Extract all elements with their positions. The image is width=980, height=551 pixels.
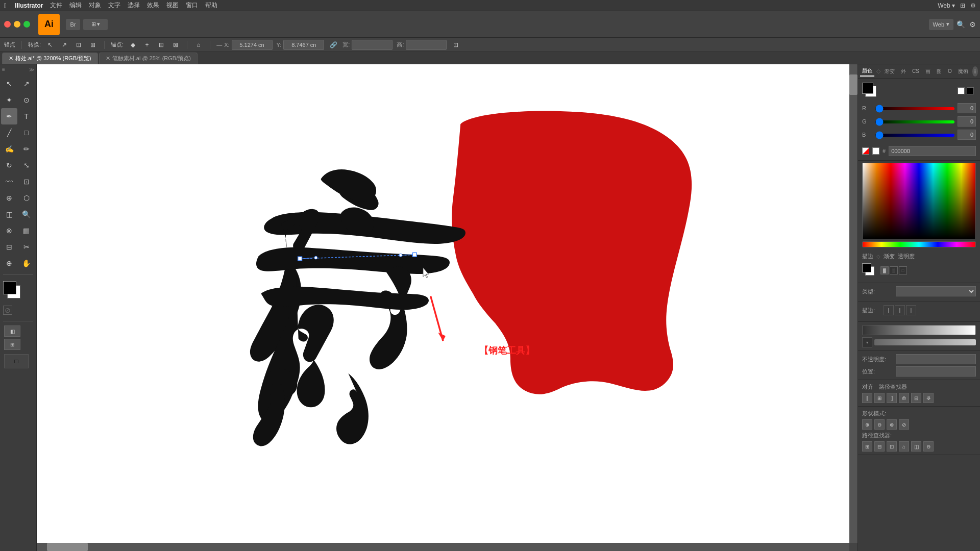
outside-tab[interactable]: 外	[899, 67, 908, 76]
perspective-tool[interactable]: ⬡	[18, 190, 35, 206]
anchor-transform-btn[interactable]: ⊟	[156, 40, 166, 50]
align-right-btn[interactable]: ⟧	[887, 393, 897, 403]
type-select[interactable]	[896, 286, 976, 296]
slice-tool[interactable]: ✂	[18, 239, 35, 255]
lasso-tool[interactable]: ⊙	[18, 92, 35, 108]
align-bottom-btn[interactable]: ⟱	[923, 393, 934, 403]
menu-help[interactable]: 帮助	[205, 1, 217, 10]
artboards-icon[interactable]: □	[4, 354, 29, 368]
free-transform-tool[interactable]: ⊡	[18, 173, 35, 190]
convert-smooth-btn[interactable]: ↖	[45, 40, 55, 50]
align-top-btn[interactable]: ⟰	[899, 393, 909, 403]
canvas-area[interactable]: 【钢笔工具】	[37, 64, 857, 551]
g-slider[interactable]	[875, 120, 954, 123]
text-tool[interactable]: T	[18, 108, 35, 124]
web-workspace[interactable]: Web ▾	[938, 2, 955, 9]
menu-object[interactable]: 对象	[89, 1, 101, 10]
fullscreen-button[interactable]	[23, 21, 30, 28]
canvas[interactable]: 【钢笔工具】	[37, 64, 849, 543]
vertical-scrollbar[interactable]	[849, 64, 857, 543]
intersect-btn[interactable]: ⊗	[887, 419, 897, 430]
opacity-select[interactable]	[896, 354, 976, 364]
search-icon[interactable]: 🔍	[957, 20, 965, 29]
blend-tool[interactable]: ⊗	[1, 222, 17, 239]
stroke-align-btn1[interactable]: |	[884, 305, 894, 315]
stroke-fg[interactable]	[862, 263, 871, 272]
hue-slider[interactable]	[862, 241, 976, 247]
menu-file[interactable]: 文件	[50, 1, 62, 10]
tab-chun-close[interactable]: ✕	[9, 55, 13, 62]
minus-front-btn[interactable]: ⊖	[874, 419, 885, 430]
scale-tool[interactable]: ⤡	[18, 157, 35, 173]
white-swatch[interactable]	[958, 87, 965, 94]
artboard-tool[interactable]: ⊟	[1, 239, 17, 255]
h-input[interactable]	[406, 40, 447, 50]
gamut-warning[interactable]	[872, 147, 879, 155]
minimize-button[interactable]	[14, 21, 20, 28]
gradient-track[interactable]	[874, 339, 976, 345]
align-left-btn[interactable]: ⟦	[862, 393, 872, 403]
convert-option2-btn[interactable]: ⊞	[88, 40, 98, 50]
magic-wand-tool[interactable]: ✦	[1, 92, 17, 108]
magic-tab[interactable]: 魔術	[956, 67, 970, 76]
eyedropper-tool[interactable]: 🔍	[18, 206, 35, 222]
settings-icon[interactable]: ⚙	[970, 2, 976, 9]
anchor-option2-btn[interactable]: ⊠	[170, 40, 181, 50]
align-center-v-btn[interactable]: ⊟	[911, 393, 921, 403]
stroke-dashed-btn[interactable]: ▒	[890, 266, 898, 274]
rectangle-tool[interactable]: □	[18, 124, 35, 141]
tab-bitex[interactable]: ✕ 笔触素材.ai @ 25% (RGB/预览)	[99, 53, 198, 64]
stroke-solid-btn[interactable]: ▓	[880, 266, 889, 274]
stroke-align-btn2[interactable]: |	[895, 305, 905, 315]
gradient-bar[interactable]	[862, 325, 976, 335]
anchor-option-btn[interactable]: ◆	[128, 40, 138, 50]
shape-builder-tool[interactable]: ⊕	[1, 190, 17, 206]
pf-trim-btn[interactable]: ⊟	[874, 441, 885, 452]
menu-window[interactable]: 窗口	[186, 1, 198, 10]
select-tool[interactable]: ↖	[1, 76, 17, 92]
transform-btn[interactable]: ⊡	[451, 40, 461, 50]
r-slider[interactable]	[875, 107, 954, 110]
arrange-view-button[interactable]: ⊞ ▾	[83, 19, 108, 30]
draw-tab[interactable]: 画	[923, 67, 933, 76]
toolbox-collapse[interactable]: ≫	[29, 67, 34, 72]
pf-merge-btn[interactable]: ⊡	[887, 441, 897, 452]
black-swatch[interactable]	[967, 87, 974, 94]
pencil-tool[interactable]: ✏	[18, 141, 35, 157]
exclude-btn[interactable]: ⊘	[899, 419, 909, 430]
reflect-tool[interactable]: ◧	[4, 325, 20, 337]
menu-view[interactable]: 视图	[166, 1, 179, 10]
position-select[interactable]	[896, 366, 976, 377]
hand-tool[interactable]: ✋	[18, 255, 35, 271]
menu-edit[interactable]: 编辑	[69, 1, 82, 10]
hex-input[interactable]	[889, 146, 976, 156]
workspace-selector[interactable]: Web ▾	[929, 19, 953, 30]
unite-btn[interactable]: ⊕	[862, 419, 872, 430]
o-tab[interactable]: O	[946, 67, 954, 75]
line-tool[interactable]: ╱	[1, 124, 17, 141]
pen-tool[interactable]: ✒	[1, 108, 17, 124]
horizontal-scrollbar[interactable]	[37, 543, 849, 551]
stroke-none-btn[interactable]: □	[899, 266, 907, 274]
bridge-button[interactable]: Br	[66, 19, 80, 30]
align-center-h-btn[interactable]: ⊞	[874, 393, 885, 403]
arrange-windows-icon[interactable]: ⊞	[960, 2, 965, 9]
brush-tool[interactable]: ✍	[1, 141, 17, 157]
stroke-align-btn3[interactable]: |	[906, 305, 916, 315]
color-picker-gradient[interactable]	[862, 163, 976, 239]
share-icon[interactable]: ⚙	[969, 20, 976, 29]
menu-select[interactable]: 选择	[128, 1, 140, 10]
convert-option1-btn[interactable]: ⊡	[74, 40, 84, 50]
corner-widget-btn[interactable]: ⌂	[193, 40, 204, 50]
x-input[interactable]	[232, 40, 273, 50]
w-input[interactable]	[352, 40, 393, 50]
color-fg-swatch[interactable]	[862, 83, 873, 94]
menu-text[interactable]: 文字	[108, 1, 120, 10]
no-fill-swatch[interactable]: ⊘	[3, 306, 12, 315]
y-input[interactable]	[283, 40, 324, 50]
rotate-tool[interactable]: ↻	[1, 157, 17, 173]
pattern-tool[interactable]: ⊞	[4, 339, 20, 350]
b-slider[interactable]	[875, 134, 954, 137]
warp-tool[interactable]: 〰	[1, 173, 17, 190]
zoom-tool[interactable]: ⊕	[1, 255, 17, 271]
